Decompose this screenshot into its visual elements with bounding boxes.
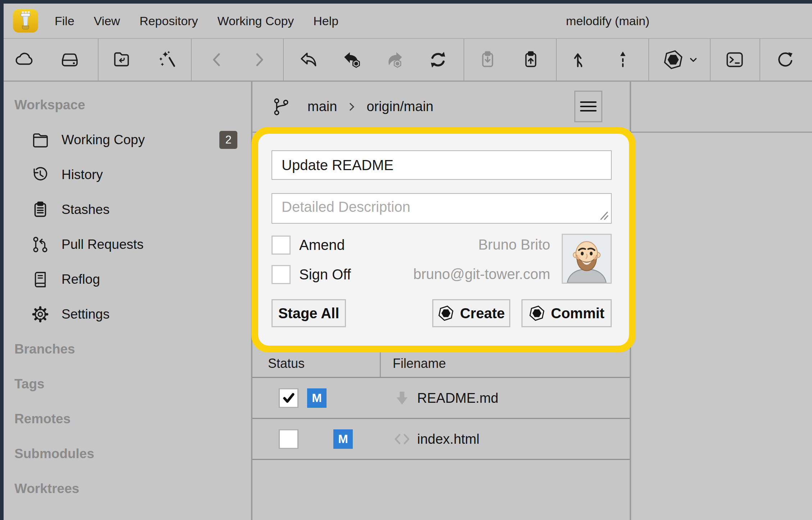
current-branch-label: main [307, 99, 337, 114]
toolbar-separator [648, 39, 649, 81]
menu-repository[interactable]: Repository [140, 14, 198, 28]
author-email: bruno@git-tower.com [413, 266, 550, 282]
sidebar-item-working-copy[interactable]: Working Copy 2 [4, 122, 251, 157]
stage-all-button[interactable]: Stage All [272, 299, 346, 327]
stage-checkbox-unchecked[interactable] [279, 429, 298, 449]
sidebar-section-remotes[interactable]: Remotes [4, 401, 251, 436]
commit-dropdown-chevron-icon[interactable] [685, 46, 701, 73]
tracking-branch-label: origin/main [366, 99, 433, 114]
window-frame-left [0, 0, 4, 520]
forward-icon[interactable] [245, 46, 273, 73]
chevron-right-icon [348, 101, 356, 113]
rebase-icon[interactable] [609, 46, 637, 73]
sidebar-section-tags[interactable]: Tags [4, 366, 251, 401]
markdown-update-icon [392, 388, 412, 408]
toolbar-separator [283, 39, 284, 81]
stage-checkbox-checked[interactable] [279, 388, 298, 408]
book-icon [31, 270, 50, 289]
sidebar-item-pull-requests[interactable]: Pull Requests [4, 227, 251, 262]
toolbar-separator [191, 39, 192, 81]
sidebar-section-workspace[interactable]: Workspace [4, 87, 251, 122]
sidebar-item-label: Working Copy [61, 132, 145, 147]
create-label: Create [460, 305, 505, 321]
sidebar-item-settings[interactable]: Settings [4, 297, 251, 332]
amend-label: Amend [299, 237, 345, 253]
sidebar-item-reflog[interactable]: Reflog [4, 262, 251, 297]
undo-commit-icon[interactable] [338, 46, 365, 73]
sidebar-section-worktrees[interactable]: Worktrees [4, 471, 251, 506]
menu-working-copy[interactable]: Working Copy [217, 14, 294, 28]
toolbar [4, 39, 812, 82]
commit-description-textarea[interactable] [272, 193, 612, 224]
quick-actions-icon[interactable] [154, 46, 181, 73]
commit-area-highlight-ring: Amend Bruno Brito Sign Off bruno@git-tow… [251, 127, 636, 352]
redo-commit-icon[interactable] [381, 46, 408, 73]
column-header-filename[interactable]: Filename [393, 356, 446, 371]
merge-icon[interactable] [567, 46, 594, 73]
sidebar-item-label: Settings [61, 307, 110, 322]
sidebar-item-label: History [61, 167, 103, 182]
menu-file[interactable]: File [55, 14, 74, 28]
window-frame-top [0, 0, 812, 4]
amend-checkbox[interactable] [272, 236, 291, 255]
cloud-icon[interactable] [11, 46, 38, 73]
signoff-checkbox[interactable] [272, 265, 291, 284]
sidebar-item-history[interactable]: History [4, 157, 251, 192]
menu-help[interactable]: Help [313, 14, 338, 28]
toolbar-separator [556, 39, 557, 81]
drive-icon[interactable] [56, 46, 83, 73]
tower-app-icon[interactable] [12, 6, 39, 36]
menu-view[interactable]: View [94, 14, 120, 28]
file-name: index.html [417, 431, 479, 447]
avatar-illustration [563, 235, 611, 283]
detail-pane [631, 133, 812, 520]
toolbar-separator [759, 39, 760, 81]
refresh-icon[interactable] [771, 46, 799, 73]
toolbar-separator [464, 39, 464, 81]
commit-area: Amend Bruno Brito Sign Off bruno@git-tow… [258, 134, 629, 346]
toolbar-separator [98, 39, 99, 81]
signoff-label: Sign Off [299, 266, 351, 283]
pull-request-icon [31, 235, 50, 254]
hamburger-menu-icon [580, 100, 597, 113]
sidebar-item-label: Reflog [61, 272, 100, 287]
open-repository-icon[interactable] [109, 46, 136, 73]
status-badge-modified: M [333, 429, 353, 449]
menu-bar: File View Repository Working Copy Help m… [4, 4, 812, 39]
sidebar-section-submodules[interactable]: Submodules [4, 436, 251, 471]
sidebar: Workspace Working Copy 2 History Stashes… [4, 82, 251, 520]
gear-icon [31, 305, 50, 324]
commit-label: Commit [551, 305, 605, 321]
stash-save-icon[interactable] [517, 46, 544, 73]
stash-apply-icon[interactable] [474, 46, 501, 73]
column-header-status[interactable]: Status [268, 356, 305, 371]
code-file-icon [392, 429, 412, 449]
discard-icon[interactable] [296, 46, 323, 73]
back-icon[interactable] [204, 46, 231, 73]
create-button[interactable]: Create [432, 299, 510, 327]
sidebar-item-stashes[interactable]: Stashes [4, 192, 251, 227]
working-copy-count-badge: 2 [219, 131, 237, 149]
author-avatar [562, 234, 612, 284]
column-divider[interactable] [380, 350, 381, 377]
sync-icon[interactable] [424, 46, 452, 73]
working-copy-header: main origin/main [252, 82, 812, 133]
signoff-row: Sign Off [272, 265, 351, 284]
file-list-header: Status Filename [252, 350, 630, 378]
stash-icon [31, 200, 50, 219]
branch-bar: main origin/main [272, 82, 433, 132]
view-options-button[interactable] [574, 91, 602, 122]
folder-icon [31, 130, 50, 150]
sidebar-section-branches[interactable]: Branches [4, 332, 251, 366]
working-copy-file-list: Status Filename M README.md M index.html [252, 350, 630, 460]
file-row-index[interactable]: M index.html [252, 419, 630, 460]
history-icon [31, 165, 50, 184]
terminal-icon[interactable] [721, 46, 748, 73]
commit-icon[interactable] [660, 46, 687, 73]
commit-button[interactable]: Commit [521, 299, 612, 327]
commit-subject-input[interactable] [272, 150, 612, 180]
commit-hexagon-icon [529, 305, 545, 321]
author-name: Bruno Brito [478, 237, 550, 253]
file-row-readme[interactable]: M README.md [252, 378, 630, 419]
sidebar-item-label: Stashes [61, 202, 110, 217]
